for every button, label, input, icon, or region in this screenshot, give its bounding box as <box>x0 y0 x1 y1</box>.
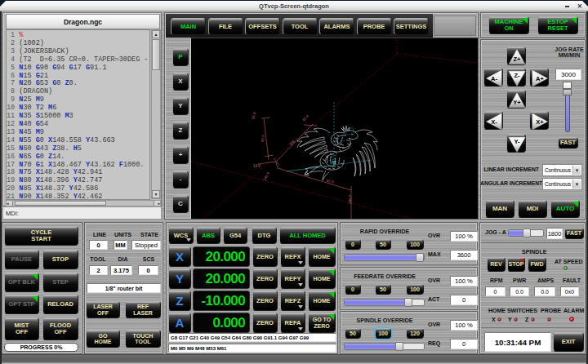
svg-text:200.7: 200.7 <box>348 194 353 204</box>
svg-text:140.9: 140.9 <box>262 171 270 181</box>
svg-text:X+: X+ <box>536 118 544 126</box>
svg-text:Z-: Z- <box>514 72 520 79</box>
svg-text:43.4: 43.4 <box>301 113 310 122</box>
svg-text:43.5: 43.5 <box>261 135 265 143</box>
svg-text:Y-: Y- <box>514 138 520 145</box>
svg-text:14.0: 14.0 <box>253 164 261 168</box>
svg-text:A+: A+ <box>536 75 544 82</box>
svg-text:A-: A- <box>491 75 497 82</box>
svg-text:55.8: 55.8 <box>251 111 256 119</box>
svg-text:358: 358 <box>288 139 296 146</box>
svg-text:Y+: Y+ <box>513 99 521 106</box>
svg-text:Z+: Z+ <box>514 55 522 63</box>
svg-text:X-: X- <box>491 118 497 126</box>
